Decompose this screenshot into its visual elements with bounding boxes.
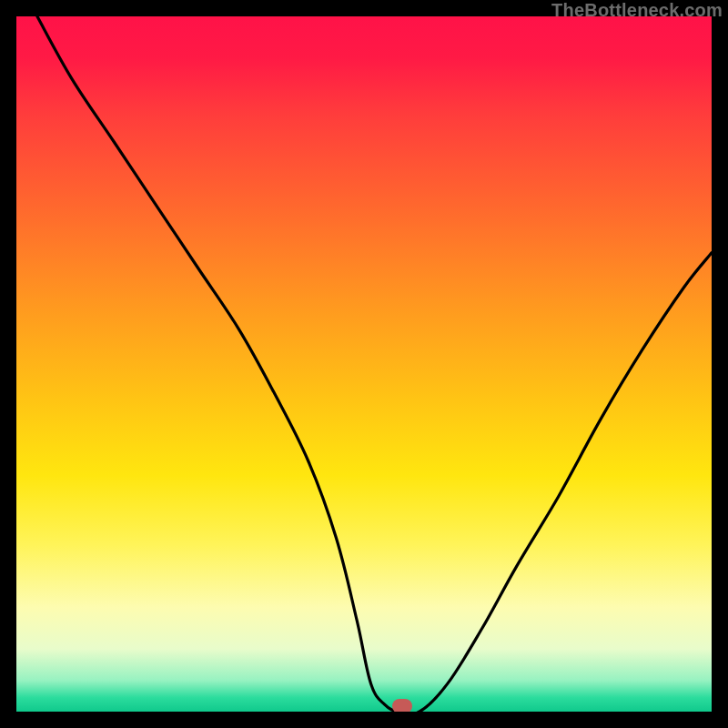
chart-frame: TheBottleneck.com — [0, 0, 728, 728]
min-point-marker — [392, 699, 412, 712]
plot-area — [16, 16, 712, 712]
bottleneck-curve — [16, 16, 712, 712]
